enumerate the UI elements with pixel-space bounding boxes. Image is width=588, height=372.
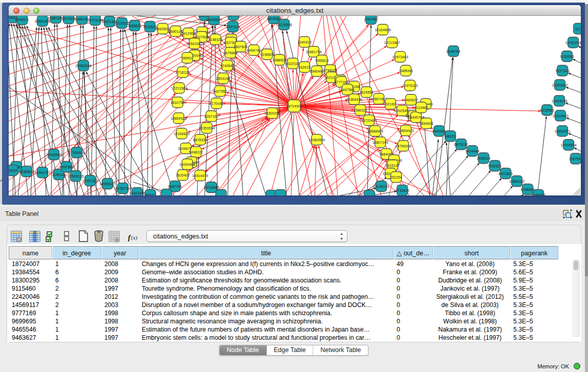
svg-text:7386322: 7386322: [353, 108, 367, 112]
svg-text:1588520: 1588520: [272, 58, 286, 62]
svg-text:18724007: 18724007: [286, 104, 302, 108]
svg-text:9474444: 9474444: [465, 149, 479, 153]
svg-text:88923: 88923: [445, 135, 455, 138]
svg-text:10973493: 10973493: [392, 55, 408, 59]
svg-text:10807487: 10807487: [371, 97, 386, 101]
svg-text:9245653: 9245653: [531, 193, 545, 196]
svg-text:19218506: 19218506: [276, 23, 292, 27]
svg-text:19654923: 19654923: [398, 129, 413, 133]
svg-text:2867608: 2867608: [233, 45, 247, 49]
svg-text:98961: 98961: [182, 56, 192, 60]
svg-text:9242848: 9242848: [220, 64, 234, 68]
svg-text:10210643: 10210643: [552, 114, 568, 118]
svg-text:9129966: 9129966: [560, 55, 574, 58]
svg-text:16782759: 16782759: [115, 187, 130, 190]
svg-text:2718126: 2718126: [176, 71, 189, 74]
svg-text:8660124: 8660124: [168, 30, 182, 33]
svg-text:9397588: 9397588: [59, 165, 73, 169]
svg-text:7515526: 7515526: [115, 21, 128, 25]
svg-text:20053346: 20053346: [75, 64, 91, 68]
svg-text:15751074: 15751074: [565, 41, 581, 45]
svg-text:10688609: 10688609: [367, 129, 383, 133]
svg-text:1905571: 1905571: [15, 18, 29, 21]
svg-text:6648784: 6648784: [446, 50, 460, 53]
svg-text:39157: 39157: [9, 169, 17, 172]
svg-text:2935114: 2935114: [477, 157, 491, 160]
svg-text:17359924: 17359924: [69, 151, 84, 155]
svg-text:10719185: 10719185: [87, 18, 103, 22]
svg-text:16961758: 16961758: [306, 50, 321, 54]
svg-text:15136141: 15136141: [373, 185, 389, 188]
svg-text:20206536: 20206536: [46, 153, 61, 157]
svg-text:9146821: 9146821: [260, 53, 274, 56]
svg-text:7485063: 7485063: [399, 69, 412, 73]
svg-text:2170045: 2170045: [209, 102, 223, 105]
svg-text:12213967: 12213967: [384, 41, 400, 45]
svg-text:1340910: 1340910: [297, 40, 311, 44]
svg-text:6879197: 6879197: [454, 143, 468, 146]
svg-text:8878332: 8878332: [193, 138, 207, 142]
svg-text:7663821: 7663821: [127, 24, 141, 28]
svg-text:1527602: 1527602: [61, 17, 75, 20]
svg-text:12942757: 12942757: [34, 171, 50, 174]
svg-text:12444195: 12444195: [551, 99, 567, 103]
svg-text:7955812: 7955812: [315, 59, 329, 62]
svg-text:9794028: 9794028: [323, 69, 337, 72]
svg-text:16543382: 16543382: [186, 42, 202, 46]
svg-text:8267150: 8267150: [204, 115, 218, 118]
svg-text:1615132: 1615132: [385, 164, 399, 167]
svg-text:19756928: 19756928: [395, 144, 411, 148]
svg-text:15720407: 15720407: [361, 119, 377, 122]
svg-text:5498222: 5498222: [189, 150, 203, 154]
svg-text:9777169: 9777169: [334, 80, 348, 84]
svg-text:1156829: 1156829: [20, 170, 34, 173]
svg-text:14099488: 14099488: [179, 163, 195, 166]
svg-text:20691406: 20691406: [34, 19, 50, 23]
svg-text:16914479: 16914479: [192, 174, 208, 178]
svg-text:16033809: 16033809: [206, 18, 222, 21]
svg-text:12353594: 12353594: [199, 126, 214, 130]
svg-text:16154808: 16154808: [375, 28, 390, 32]
svg-text:7663822: 7663822: [156, 27, 169, 31]
svg-text:18300295: 18300295: [264, 112, 280, 115]
svg-text:1117: 1117: [575, 27, 581, 31]
svg-text:7632621: 7632621: [488, 164, 502, 168]
svg-text:62160: 62160: [385, 102, 396, 106]
svg-text:7625402: 7625402: [176, 173, 189, 177]
svg-text:15692971: 15692971: [554, 129, 570, 133]
svg-text:19654925: 19654925: [170, 117, 186, 120]
svg-text:1640954: 1640954: [432, 129, 446, 133]
svg-text:3875685: 3875685: [223, 51, 237, 55]
svg-text:162615: 162615: [298, 65, 310, 69]
svg-text:12505135: 12505135: [68, 174, 83, 178]
svg-text:10025458: 10025458: [394, 109, 410, 113]
svg-text:8471626: 8471626: [498, 172, 512, 176]
svg-text:18807249: 18807249: [372, 141, 388, 144]
svg-text:6497568: 6497568: [340, 88, 354, 92]
svg-text:9657791: 9657791: [168, 185, 182, 188]
svg-text:19716485: 19716485: [203, 186, 219, 189]
svg-text:8813054: 8813054: [267, 17, 280, 20]
svg-text:8186328: 8186328: [208, 38, 222, 41]
svg-text:17016504: 17016504: [560, 143, 576, 147]
svg-text:9227343: 9227343: [555, 69, 569, 73]
svg-text:8215953: 8215953: [540, 108, 554, 112]
svg-text:3624554: 3624554: [359, 91, 373, 94]
svg-text:2087682: 2087682: [364, 17, 378, 21]
svg-text:8912954: 8912954: [181, 32, 195, 35]
svg-text:2803144: 2803144: [216, 77, 230, 80]
svg-text:20364436: 20364436: [346, 98, 362, 101]
svg-text:19384554: 19384554: [309, 138, 324, 142]
svg-text:10958107: 10958107: [99, 182, 115, 186]
svg-text:15166829: 15166829: [173, 132, 189, 136]
svg-text:8454749: 8454749: [247, 49, 260, 52]
svg-text:17957223: 17957223: [82, 179, 98, 183]
svg-text:12213382: 12213382: [171, 86, 187, 90]
svg-text:7515520: 7515520: [143, 25, 157, 29]
svg-text:7357224: 7357224: [226, 25, 239, 29]
svg-text:7357225: 7357225: [226, 16, 240, 17]
svg-text:8990448: 8990448: [310, 70, 323, 73]
svg-text:12923446: 12923446: [129, 191, 145, 195]
svg-text:1733426: 1733426: [395, 189, 409, 192]
svg-text:9113460: 9113460: [415, 106, 428, 110]
